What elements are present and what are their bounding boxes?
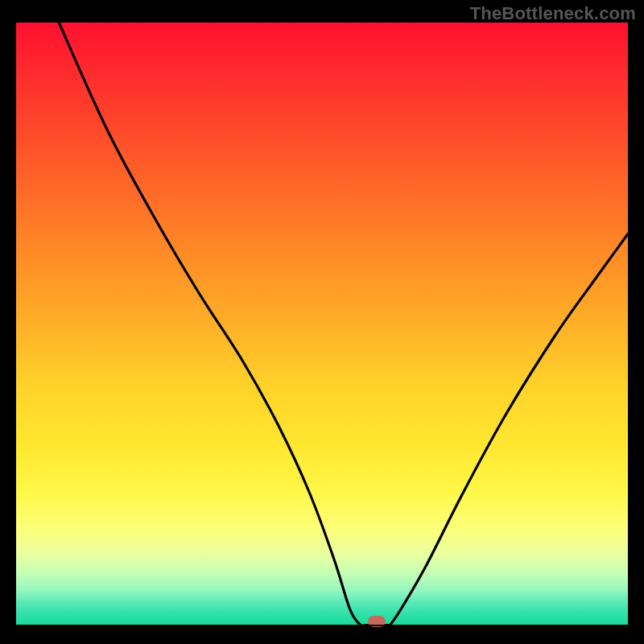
plot-area (16, 23, 628, 626)
x-axis-baseline (16, 625, 628, 626)
bottleneck-curve (16, 23, 628, 626)
curve-right-branch (390, 234, 628, 627)
chart-frame: TheBottleneck.com (0, 0, 644, 644)
curve-left-branch (59, 23, 365, 626)
watermark-text: TheBottleneck.com (470, 3, 636, 24)
